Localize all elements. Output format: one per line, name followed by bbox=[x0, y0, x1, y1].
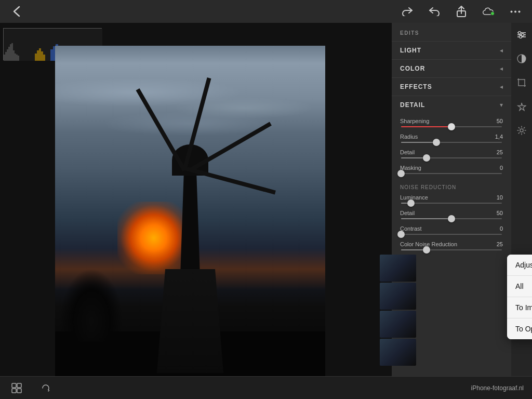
undo-button[interactable] bbox=[426, 3, 443, 20]
strip-icon-circle[interactable] bbox=[514, 51, 529, 66]
color-arrow: ◂ bbox=[500, 65, 503, 72]
menu-item-adjustments[interactable]: Adjustments bbox=[507, 255, 532, 275]
color-noise-label: Color Noise Reduction bbox=[400, 241, 457, 247]
svg-rect-54 bbox=[12, 383, 16, 388]
detail2-row: Detail 50 bbox=[400, 210, 503, 219]
svg-rect-11 bbox=[13, 50, 15, 61]
detail2-thumb[interactable] bbox=[448, 215, 455, 222]
svg-rect-6 bbox=[5, 52, 7, 61]
strip-icon-star[interactable] bbox=[514, 99, 529, 114]
detail-content: Sharpening 50 Radius 1,4 bbox=[392, 114, 511, 261]
sharpening-thumb[interactable] bbox=[448, 123, 455, 130]
effects-arrow: ◂ bbox=[500, 83, 503, 90]
masking-thumb[interactable] bbox=[397, 170, 405, 177]
svg-rect-19 bbox=[43, 55, 45, 61]
svg-rect-17 bbox=[39, 48, 41, 61]
menu-item-to-open[interactable]: To Open bbox=[507, 318, 532, 339]
menu-item-all[interactable]: All bbox=[507, 275, 532, 297]
top-bar bbox=[0, 0, 532, 23]
noise-section: NOISE REDUCTION Luminance 10 bbox=[400, 180, 503, 250]
contrast-value: 0 bbox=[487, 225, 503, 232]
detail2-fill bbox=[401, 218, 451, 219]
radius-value: 1,4 bbox=[487, 134, 503, 140]
svg-rect-9 bbox=[10, 44, 11, 61]
top-bar-left bbox=[8, 3, 25, 20]
cloud-status-dot bbox=[490, 11, 495, 16]
luminance-label-row: Luminance 10 bbox=[400, 194, 503, 201]
svg-rect-48 bbox=[518, 79, 525, 86]
watermark-text: iPhone-fotograaf.nl bbox=[471, 384, 524, 392]
top-bar-right bbox=[399, 3, 524, 20]
detail-slider-row: Detail 25 bbox=[400, 149, 503, 158]
light-section-header[interactable]: LIGHT ◂ bbox=[392, 41, 511, 59]
strip-icon-sliders[interactable] bbox=[514, 27, 529, 43]
masking-track[interactable] bbox=[401, 173, 502, 174]
grid-view-button[interactable] bbox=[8, 380, 25, 396]
thumb-4[interactable] bbox=[392, 339, 416, 366]
share-button[interactable] bbox=[453, 3, 470, 20]
effects-section-header[interactable]: EFFECTS ◂ bbox=[392, 77, 511, 96]
luminance-track[interactable] bbox=[401, 203, 502, 204]
radius-track[interactable] bbox=[401, 142, 502, 143]
detail-section-header[interactable]: DETAIL ▾ bbox=[392, 96, 511, 114]
light-title: LIGHT bbox=[400, 47, 421, 54]
svg-point-46 bbox=[520, 36, 522, 38]
luminance-row: Luminance 10 bbox=[400, 194, 503, 204]
rotate-button[interactable] bbox=[37, 380, 54, 396]
luminance-label: Luminance bbox=[400, 194, 428, 201]
menu-item-to-import[interactable]: To Import bbox=[507, 297, 532, 318]
redo-button[interactable] bbox=[399, 3, 416, 20]
more-button[interactable] bbox=[507, 3, 524, 20]
light-arrow: ◂ bbox=[500, 47, 503, 54]
color-noise-value: 25 bbox=[487, 241, 503, 247]
sharpening-track[interactable] bbox=[401, 126, 502, 127]
contrast-row: Contrast 0 bbox=[400, 225, 503, 235]
svg-rect-56 bbox=[12, 389, 16, 393]
contrast-thumb[interactable] bbox=[397, 231, 405, 238]
detail-label-row: Detail 25 bbox=[400, 149, 503, 155]
sharpening-value: 50 bbox=[487, 118, 503, 124]
radius-fill bbox=[401, 142, 436, 143]
detail-label: Detail bbox=[400, 149, 415, 155]
color-noise-track[interactable] bbox=[401, 249, 502, 250]
bottom-bar: iPhone-fotograaf.nl bbox=[0, 376, 532, 399]
detail2-track[interactable] bbox=[401, 218, 502, 219]
right-panel: EDITS LIGHT ◂ COLOR ◂ EFFECTS ◂ bbox=[392, 23, 532, 376]
color-noise-thumb[interactable] bbox=[423, 246, 430, 254]
svg-point-2 bbox=[514, 10, 516, 12]
svg-rect-7 bbox=[7, 49, 8, 61]
cloud-button[interactable] bbox=[480, 3, 497, 20]
svg-rect-20 bbox=[50, 49, 53, 61]
thumb-3[interactable] bbox=[392, 311, 416, 338]
color-section-header[interactable]: COLOR ◂ bbox=[392, 59, 511, 77]
svg-rect-12 bbox=[15, 54, 16, 61]
radius-thumb[interactable] bbox=[433, 139, 440, 146]
back-button[interactable] bbox=[8, 3, 25, 20]
detail-arrow: ▾ bbox=[500, 101, 503, 109]
detail-track[interactable] bbox=[401, 157, 502, 158]
masking-label-row: Masking 0 bbox=[400, 165, 503, 171]
luminance-thumb[interactable] bbox=[407, 200, 415, 207]
edits-label: EDITS bbox=[392, 27, 511, 41]
svg-point-3 bbox=[518, 10, 521, 12]
svg-point-44 bbox=[518, 32, 521, 34]
sharpening-row: Sharpening 50 bbox=[400, 118, 503, 127]
sharpening-fill bbox=[401, 126, 451, 127]
color-title: COLOR bbox=[400, 65, 425, 72]
radius-label: Radius bbox=[400, 134, 418, 140]
detail-value: 25 bbox=[487, 149, 503, 155]
thumb-1[interactable] bbox=[392, 255, 416, 282]
svg-rect-55 bbox=[17, 383, 21, 388]
thumb-2[interactable] bbox=[392, 283, 416, 310]
detail2-value: 50 bbox=[487, 210, 503, 216]
svg-rect-5 bbox=[4, 55, 5, 61]
detail-thumb[interactable] bbox=[423, 154, 430, 162]
strip-icon-crop[interactable] bbox=[514, 75, 529, 90]
effects-title: EFFECTS bbox=[400, 83, 432, 90]
context-menu: Adjustments All To Import To Open bbox=[507, 255, 532, 339]
thumbnail-list bbox=[392, 255, 416, 366]
bottom-icons-left bbox=[8, 380, 54, 396]
contrast-track[interactable] bbox=[401, 234, 502, 235]
svg-rect-57 bbox=[17, 389, 21, 393]
strip-icon-settings[interactable] bbox=[514, 123, 529, 138]
